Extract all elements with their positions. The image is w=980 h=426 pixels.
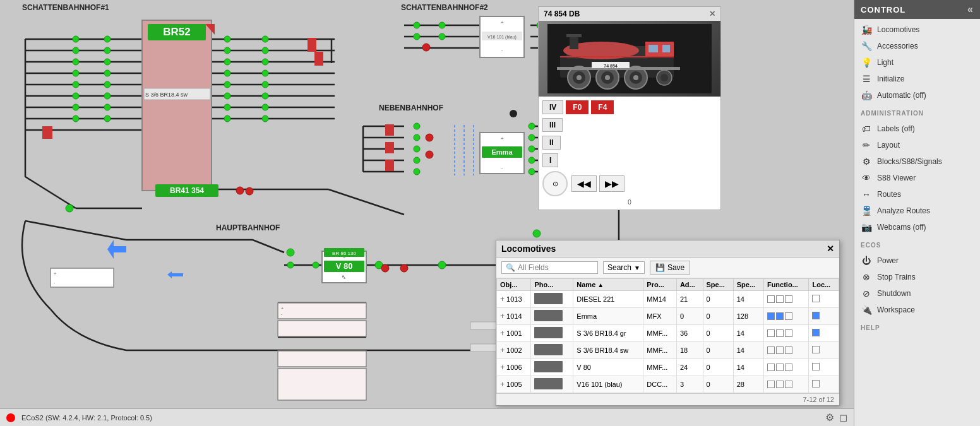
cell-addr: 0: [676, 308, 703, 325]
function-cb2[interactable]: [776, 381, 784, 388]
svg-point-162: [529, 146, 535, 152]
table-row[interactable]: + 1001 S 3/6 BR18.4 gr MMF... 36 0 14: [497, 325, 839, 342]
table-row[interactable]: + 1002 S 3/6 BR18.4 sw MMF... 18 0 14: [497, 342, 839, 359]
table-row[interactable]: + 1005 V16 101 (blau) DCC... 3 0 28: [497, 376, 839, 393]
loc-checkbox[interactable]: [812, 312, 820, 319]
settings-icon[interactable]: ⚙: [825, 411, 834, 423]
svg-point-161: [529, 134, 535, 141]
plus-btn[interactable]: +: [500, 380, 505, 389]
sidebar-item-accessories[interactable]: 🔧 Accessories: [854, 38, 980, 54]
loc-checkbox[interactable]: [812, 329, 820, 336]
sidebar-item-analyze[interactable]: 🚆 Analyze Routes: [854, 203, 980, 219]
function-cb2[interactable]: [776, 329, 784, 337]
light-icon: 💡: [861, 57, 872, 68]
function-cb1[interactable]: [767, 312, 775, 320]
table-row[interactable]: + 1006 V 80 MMF... 24 0 14: [497, 359, 839, 376]
loc-checkbox[interactable]: [812, 380, 820, 388]
sidebar-item-labels[interactable]: 🏷 Labels (off): [854, 121, 980, 137]
plus-btn[interactable]: +: [500, 346, 505, 355]
status-dot: [6, 413, 15, 422]
svg-point-152: [422, 44, 430, 51]
loc-checkbox[interactable]: [812, 295, 820, 302]
table-header-row: Obj... Pho... Name ▲ Pro... Ad... Spe...…: [497, 279, 839, 291]
cell-speed1: 0: [703, 359, 733, 376]
speed-btn-IV[interactable]: IV: [542, 100, 563, 114]
cell-functions: [763, 291, 809, 308]
function-cb3[interactable]: [785, 312, 792, 320]
plus-btn[interactable]: +: [500, 295, 505, 304]
sidebar-item-locomotives[interactable]: 🚂 Locomotives: [854, 21, 980, 38]
function-cb2[interactable]: [776, 346, 784, 354]
sidebar-item-blocks[interactable]: ⚙ Blocks/S88/Signals: [854, 153, 980, 170]
search-dropdown[interactable]: Search ▼: [603, 261, 645, 274]
collapse-button[interactable]: «: [967, 4, 974, 15]
function-cb2[interactable]: [776, 312, 784, 320]
sidebar-item-stoptrains[interactable]: ⊗ Stop Trains: [854, 269, 980, 285]
svg-point-187: [633, 75, 638, 80]
plus-btn[interactable]: +: [500, 312, 505, 321]
loco-window-close[interactable]: ✕: [827, 244, 834, 254]
table-row[interactable]: + 1013 DIESEL 221 MM14 21 0 14: [497, 291, 839, 308]
cell-photo: [531, 291, 573, 308]
svg-point-116: [73, 59, 79, 65]
sidebar-item-s88viewer[interactable]: 👁 S88 Viewer: [854, 170, 980, 186]
search-input[interactable]: [518, 263, 594, 272]
function-cb3[interactable]: [785, 364, 792, 371]
sidebar-item-webcams[interactable]: 📷 Webcams (off): [854, 219, 980, 235]
loco-thumbnail: [534, 344, 563, 355]
reverse-btn[interactable]: ◀◀: [571, 175, 597, 192]
loco-panel-header: 74 854 DB ✕: [539, 7, 720, 21]
speed-btn-F0[interactable]: F0: [566, 100, 589, 114]
function-cb1[interactable]: [767, 364, 775, 371]
function-cb1[interactable]: [767, 329, 775, 337]
svg-point-147: [439, 33, 445, 40]
function-checkboxes: [767, 295, 806, 303]
function-cb1[interactable]: [767, 295, 775, 303]
loc-checkbox[interactable]: [812, 346, 820, 353]
function-cb3[interactable]: [785, 346, 792, 354]
sidebar-item-routes[interactable]: ↔ Routes: [854, 186, 980, 203]
svg-point-166: [66, 204, 73, 212]
sidebar-item-power[interactable]: ⏻ Power: [854, 252, 980, 269]
sidebar-item-initialize[interactable]: ☰ Initialize: [854, 71, 980, 87]
function-checkboxes: [767, 364, 806, 371]
function-cb2[interactable]: [776, 295, 784, 303]
sidebar-item-layout[interactable]: ✏ Layout: [854, 137, 980, 153]
th-photo: Pho...: [531, 279, 573, 291]
speed-buttons-2: III: [542, 118, 717, 132]
svg-point-163: [529, 157, 535, 163]
cell-name: V16 101 (blau): [573, 376, 643, 393]
speed-btn-F4[interactable]: F4: [591, 100, 614, 114]
speed-btn-II[interactable]: II: [542, 136, 561, 150]
function-cb3[interactable]: [785, 295, 792, 303]
function-cb2[interactable]: [776, 364, 784, 371]
plus-btn[interactable]: +: [500, 329, 505, 338]
function-cb1[interactable]: [767, 381, 775, 388]
forward-btn[interactable]: ▶▶: [599, 175, 624, 192]
speed-btn-I[interactable]: I: [542, 153, 558, 167]
svg-rect-61: [142, 20, 212, 191]
loco-window-title: Locomotives: [501, 244, 556, 254]
function-cb3[interactable]: [785, 381, 792, 388]
svg-text:-: -: [501, 165, 503, 170]
function-cb3[interactable]: [785, 329, 792, 337]
plus-btn[interactable]: +: [500, 363, 505, 372]
sidebar-item-workspace[interactable]: 🔌 Workspace: [854, 302, 980, 318]
save-button[interactable]: 💾 Save: [650, 261, 690, 275]
screen-icon[interactable]: ◻: [839, 411, 847, 423]
sidebar-item-automatic[interactable]: 🤖 Automatic (off): [854, 87, 980, 104]
function-cb1[interactable]: [767, 346, 775, 354]
cell-name: V 80: [573, 359, 643, 376]
speed-btn-III[interactable]: III: [542, 118, 563, 132]
sb2-label: SCHATTENBAHNHOF#2: [401, 3, 488, 12]
routes-label: Routes: [877, 190, 901, 199]
sidebar-item-light[interactable]: 💡 Light: [854, 54, 980, 71]
loco-panel-close[interactable]: ✕: [709, 9, 715, 18]
svg-point-174: [287, 262, 294, 268]
s88viewer-icon: 👁: [861, 173, 872, 183]
loc-checkbox[interactable]: [812, 363, 820, 370]
power-icon: ⏻: [861, 256, 872, 266]
sidebar-item-shutdown[interactable]: ⊘ Shutdown: [854, 285, 980, 302]
table-row[interactable]: + 1014 Emma MFX 0 0 128: [497, 308, 839, 325]
cell-addr: 21: [676, 291, 703, 308]
